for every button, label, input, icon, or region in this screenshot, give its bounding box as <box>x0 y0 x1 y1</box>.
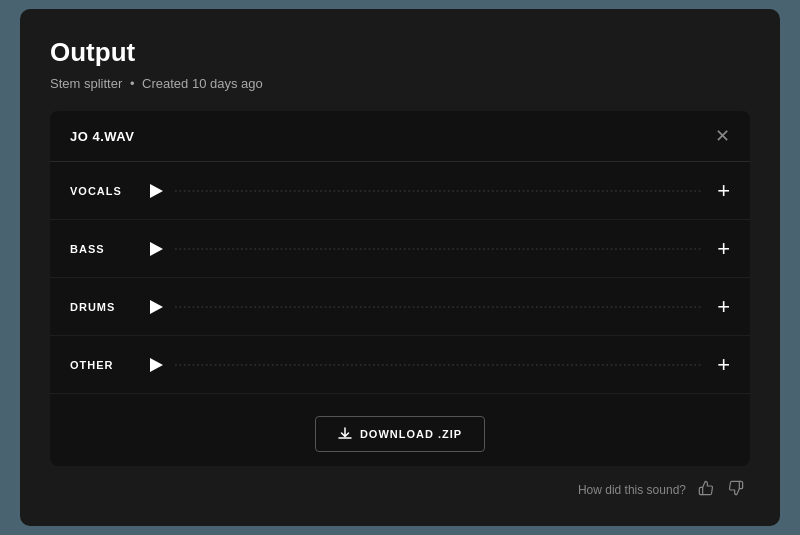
play-triangle-other <box>150 358 163 372</box>
stem-label-bass: BASS <box>70 243 150 255</box>
feedback-label: How did this sound? <box>578 483 686 497</box>
thumbs-down-icon <box>728 480 744 496</box>
play-button-drums[interactable] <box>150 300 163 314</box>
file-name: JO 4.WAV <box>70 129 134 144</box>
waveform-other <box>175 351 703 379</box>
waveform-bass <box>175 235 703 263</box>
play-button-vocals[interactable] <box>150 184 163 198</box>
file-panel: JO 4.WAV ✕ VOCALS + BASS <box>50 111 750 466</box>
footer-row: How did this sound? <box>50 466 750 502</box>
add-button-drums[interactable]: + <box>717 296 730 318</box>
stem-row-vocals: VOCALS + <box>50 162 750 220</box>
stem-label-vocals: VOCALS <box>70 185 150 197</box>
file-header: JO 4.WAV ✕ <box>50 111 750 162</box>
app-container: Output Stem splitter • Created 10 days a… <box>20 9 780 526</box>
stem-row-drums: DRUMS + <box>50 278 750 336</box>
download-label: DOWNLOAD .ZIP <box>360 428 462 440</box>
play-button-bass[interactable] <box>150 242 163 256</box>
add-button-bass[interactable]: + <box>717 238 730 260</box>
stem-label-drums: DRUMS <box>70 301 150 313</box>
subtitle-dot: • <box>130 76 135 91</box>
subtitle: Stem splitter • Created 10 days ago <box>50 76 750 91</box>
download-area: DOWNLOAD .ZIP <box>50 394 750 466</box>
play-button-other[interactable] <box>150 358 163 372</box>
waveform-drums <box>175 293 703 321</box>
play-triangle-drums <box>150 300 163 314</box>
waveform-vocals <box>175 177 703 205</box>
stem-row-bass: BASS + <box>50 220 750 278</box>
subtitle-time: Created 10 days ago <box>142 76 263 91</box>
download-button[interactable]: DOWNLOAD .ZIP <box>315 416 485 452</box>
play-triangle-bass <box>150 242 163 256</box>
thumbs-up-icon <box>698 480 714 496</box>
download-icon <box>338 427 352 441</box>
thumbs-up-button[interactable] <box>696 478 716 502</box>
subtitle-tool: Stem splitter <box>50 76 122 91</box>
page-title: Output <box>50 37 750 68</box>
close-button[interactable]: ✕ <box>715 127 730 145</box>
stem-label-other: OTHER <box>70 359 150 371</box>
stem-row-other: OTHER + <box>50 336 750 394</box>
play-triangle-vocals <box>150 184 163 198</box>
thumbs-down-button[interactable] <box>726 478 746 502</box>
add-button-vocals[interactable]: + <box>717 180 730 202</box>
add-button-other[interactable]: + <box>717 354 730 376</box>
